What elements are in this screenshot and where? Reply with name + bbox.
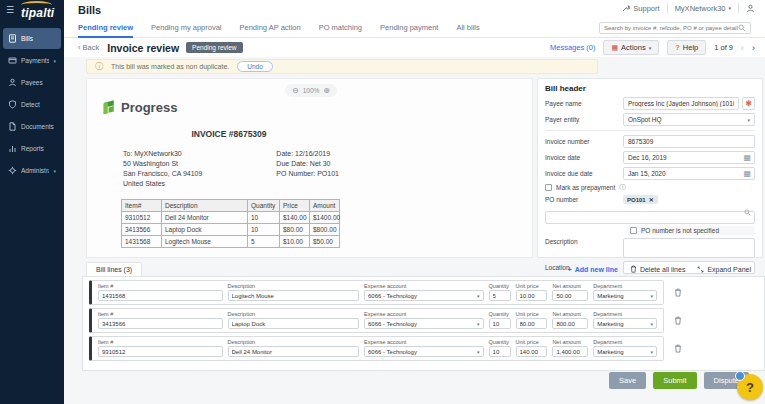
- line-description-input[interactable]: [228, 290, 360, 301]
- invoice-number-input[interactable]: [623, 135, 755, 148]
- back-button[interactable]: ‹ Back: [78, 43, 99, 52]
- remove-po-icon[interactable]: ✕: [649, 196, 654, 203]
- po-not-specified-checkbox[interactable]: [630, 227, 637, 234]
- delete-line-button[interactable]: [674, 288, 682, 297]
- divider: [667, 3, 668, 13]
- actions-button[interactable]: ▦ Actions ▾: [603, 40, 659, 55]
- invoice-date-input[interactable]: [623, 151, 755, 164]
- app-root: ☰ tipalti Bills Payments ▾ Payees Detect: [0, 0, 765, 404]
- support-icon: [622, 4, 630, 12]
- line-item-input[interactable]: [98, 290, 223, 301]
- bill-line-row: Item # Description Expense account6066 -…: [89, 308, 758, 333]
- payee-name-input[interactable]: [623, 97, 739, 110]
- help-button[interactable]: ? Help: [667, 40, 706, 55]
- tab-po-matching[interactable]: PO matching: [319, 18, 362, 38]
- sidebar-item-payees[interactable]: Payees: [3, 72, 61, 93]
- description-textarea[interactable]: [623, 238, 755, 258]
- delete-line-button[interactable]: [674, 316, 682, 325]
- submit-button[interactable]: Submit: [653, 372, 696, 389]
- sidebar-item-administration[interactable]: Administration ▾: [3, 160, 61, 181]
- tab-pending-my-approval[interactable]: Pending my approval: [151, 18, 221, 38]
- line-unit-price-input[interactable]: [516, 290, 548, 301]
- line-expense-select[interactable]: 6066 - Technology▾: [364, 346, 484, 357]
- account-menu[interactable]: MyXNetwork30 ▾: [675, 4, 731, 13]
- line-description-input[interactable]: [228, 318, 360, 329]
- pagination-label: 1 of 9: [714, 43, 733, 52]
- next-invoice-icon[interactable]: ›: [752, 43, 755, 53]
- menu-toggle-icon[interactable]: ☰: [6, 5, 14, 15]
- line-quantity-input[interactable]: [489, 346, 511, 357]
- sidebar-item-payments[interactable]: Payments ▾: [3, 50, 61, 71]
- save-button[interactable]: Save: [609, 372, 646, 389]
- toolbar-right: Messages (0) ▦ Actions ▾ ? Help 1 of 9 ‹…: [550, 40, 755, 55]
- sidebar-item-documents[interactable]: Documents: [3, 116, 61, 137]
- chevron-down-icon: ▾: [650, 321, 653, 327]
- invoice-due-date-input[interactable]: [623, 167, 755, 180]
- table-header-row: Item# Description Quantity Price Amount: [122, 200, 340, 212]
- line-net-amount-input[interactable]: [552, 346, 588, 357]
- line-item-input[interactable]: [98, 346, 223, 357]
- tab-all-bills[interactable]: All bills: [456, 18, 479, 38]
- line-net-amount-input[interactable]: [552, 318, 588, 329]
- info-icon: ⓘ: [95, 61, 103, 72]
- trash-icon: [674, 344, 682, 353]
- vendor-logo: Progress: [101, 99, 177, 115]
- sidebar-item-bills[interactable]: Bills: [3, 28, 61, 49]
- bill-lines-actions: + Add new line Delete all lines Expand P…: [568, 265, 751, 273]
- chevron-down-icon: ▾: [650, 293, 653, 299]
- user-icon[interactable]: [746, 4, 755, 13]
- support-link[interactable]: Support: [622, 4, 659, 13]
- prepayment-row: Mark as prepayment ⓘ: [545, 183, 755, 192]
- chevron-down-icon: ▾: [649, 45, 652, 51]
- line-unit-price-input[interactable]: [516, 318, 548, 329]
- line-unit-price-input[interactable]: [516, 346, 548, 357]
- po-not-specified-row: PO number is not specified: [627, 226, 755, 235]
- sidebar-item-reports[interactable]: Reports: [3, 138, 61, 159]
- chat-widget-button[interactable]: ?: [737, 374, 763, 400]
- bill-header-panel: Bill header Payee name ✱ Payer entity On…: [537, 78, 763, 258]
- invoice-review-title: Invoice review: [107, 42, 179, 54]
- calendar-icon[interactable]: ▦: [743, 153, 751, 162]
- line-department-select[interactable]: Marketing▾: [593, 290, 657, 301]
- prev-invoice-icon[interactable]: ‹: [741, 43, 744, 53]
- payee-required-icon[interactable]: ✱: [742, 97, 755, 110]
- line-description-input[interactable]: [228, 346, 360, 357]
- add-new-line-button[interactable]: + Add new line: [568, 266, 618, 273]
- zoom-out-icon[interactable]: ⊖: [292, 86, 299, 95]
- line-quantity-input[interactable]: [489, 318, 511, 329]
- line-expense-select[interactable]: 6066 - Technology▾: [364, 318, 484, 329]
- search-icon: [744, 209, 751, 216]
- delete-all-lines-button[interactable]: Delete all lines: [630, 265, 686, 273]
- trash-icon: [674, 288, 682, 297]
- line-department-select[interactable]: Marketing▾: [593, 318, 657, 329]
- invoice-meta-block: Date: 12/16/2019 Due Date: Net 30 PO Num…: [276, 149, 339, 189]
- tab-pending-review[interactable]: Pending review: [78, 18, 133, 38]
- payer-entity-row: Payer entity OnSpot HQ ▾: [545, 113, 755, 126]
- info-icon: ⓘ: [619, 183, 626, 192]
- bill-lines-tab[interactable]: Bill lines (3): [86, 262, 142, 276]
- messages-link[interactable]: Messages (0): [550, 43, 595, 52]
- tab-pending-ap-action[interactable]: Pending AP action: [240, 18, 301, 38]
- tipalti-logo: tipalti: [21, 6, 54, 20]
- payee-name-row: Payee name ✱: [545, 97, 755, 110]
- chevron-down-icon: ▾: [477, 321, 480, 327]
- line-net-amount-input[interactable]: [552, 290, 588, 301]
- calendar-icon[interactable]: ▦: [743, 169, 751, 178]
- payer-entity-select[interactable]: OnSpot HQ ▾: [623, 113, 755, 126]
- invoice-preview: ⊖ 100% ⊕ Progress INVOICE #8675309 To: M…: [86, 78, 533, 258]
- chat-badge: [735, 371, 745, 381]
- search-input[interactable]: [604, 25, 738, 31]
- undo-button[interactable]: Undo: [237, 61, 273, 72]
- line-department-select[interactable]: Marketing▾: [593, 346, 657, 357]
- expand-panel-button[interactable]: Expand Panel: [697, 266, 751, 273]
- delete-line-button[interactable]: [674, 344, 682, 353]
- line-item-input[interactable]: [98, 318, 223, 329]
- sidebar-item-detect[interactable]: Detect: [3, 94, 61, 115]
- line-quantity-input[interactable]: [489, 290, 511, 301]
- reports-icon: [8, 144, 17, 153]
- zoom-in-icon[interactable]: ⊕: [323, 86, 330, 95]
- line-expense-select[interactable]: 6066 - Technology▾: [364, 290, 484, 301]
- tab-pending-payment[interactable]: Pending payment: [380, 18, 438, 38]
- prepayment-checkbox[interactable]: [545, 184, 552, 191]
- po-search-input[interactable]: [545, 211, 755, 224]
